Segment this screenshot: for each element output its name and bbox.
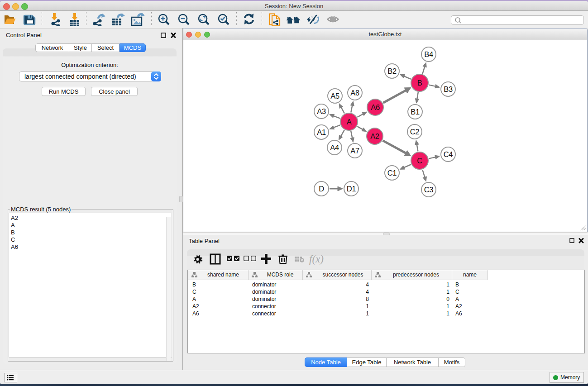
svg-text:D1: D1 (347, 185, 356, 193)
svg-text:A2: A2 (370, 132, 379, 140)
svg-text:B: B (417, 79, 422, 87)
svg-text:C: C (417, 157, 422, 165)
svg-text:A4: A4 (330, 143, 339, 152)
svg-text:C2: C2 (410, 128, 420, 136)
svg-text:D: D (319, 185, 324, 193)
svg-text:A5: A5 (330, 92, 339, 100)
svg-text:A7: A7 (350, 147, 359, 155)
svg-text:A8: A8 (350, 89, 359, 97)
svg-text:A3: A3 (317, 107, 326, 115)
svg-text:B1: B1 (411, 108, 420, 116)
svg-text:B4: B4 (424, 50, 433, 58)
svg-text:B2: B2 (387, 67, 397, 75)
svg-text:A: A (347, 118, 352, 126)
svg-text:B3: B3 (444, 85, 453, 93)
svg-text:A1: A1 (317, 128, 326, 136)
svg-text:C3: C3 (424, 186, 434, 194)
svg-text:C4: C4 (444, 150, 453, 158)
svg-text:f(x): f(x) (309, 253, 324, 265)
svg-text:C1: C1 (387, 169, 397, 177)
svg-text:A6: A6 (371, 103, 380, 111)
